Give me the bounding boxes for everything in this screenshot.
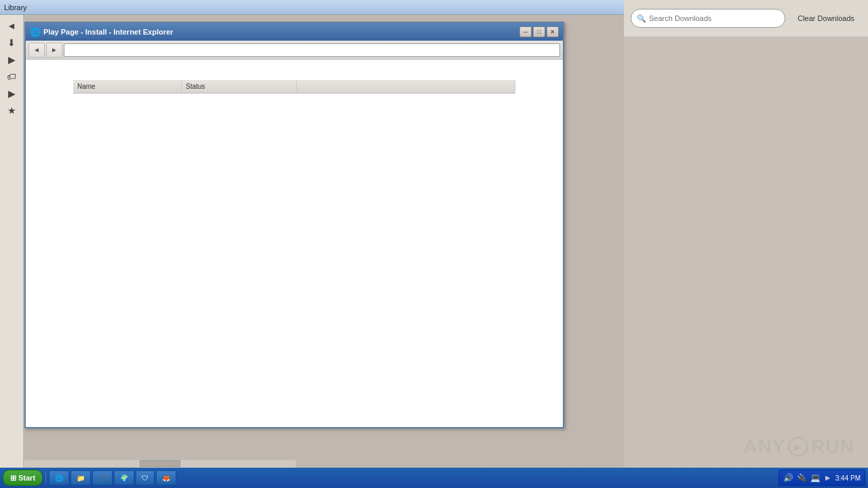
- anyrun-text: ANY: [743, 436, 785, 458]
- search-input[interactable]: [649, 14, 779, 22]
- taskbar-chrome-button[interactable]: 🌍: [114, 470, 134, 485]
- sidebar-tags-icon[interactable]: 🏷: [4, 69, 19, 84]
- taskbar-wmp-button[interactable]: 🎵: [92, 470, 113, 485]
- downloads-content: [624, 37, 868, 468]
- ie-window: 🌐 Play Page - Install - Internet Explore…: [24, 22, 564, 428]
- system-clock: 3:44 PM: [835, 474, 861, 482]
- sidebar-back-icon[interactable]: ◄: [4, 18, 19, 33]
- tray-network-icon: 🔌: [797, 473, 807, 483]
- clear-downloads-button[interactable]: Clear Downloads: [791, 9, 861, 28]
- ie-logo-icon: 🌐: [30, 26, 41, 37]
- tray-play-icon: ►: [824, 473, 832, 483]
- ie-title-text: Play Page - Install - Internet Explorer: [43, 28, 519, 36]
- search-box[interactable]: 🔍: [631, 9, 785, 28]
- ie-titlebar: 🌐 Play Page - Install - Internet Explore…: [26, 23, 563, 41]
- downloads-toolbar: 🔍 Clear Downloads: [624, 0, 868, 37]
- taskbar: ⊞ Start 🌐 📁 🎵 🌍 🛡 🦊 🔊 🔌 💻 ► 3:44 PM: [0, 468, 868, 488]
- sidebar-expand1-icon[interactable]: ▶: [4, 52, 19, 67]
- start-icon: ⊞: [10, 474, 16, 483]
- ie-close-button[interactable]: ✕: [547, 26, 559, 37]
- system-tray: 🔊 🔌 💻 ► 3:44 PM: [778, 470, 865, 486]
- ie-back-button[interactable]: ◄: [28, 43, 45, 58]
- scrollbar-thumb[interactable]: [140, 460, 180, 467]
- sidebar-star-icon[interactable]: ★: [4, 103, 19, 118]
- taskbar-shield-button[interactable]: 🛡: [136, 470, 155, 485]
- search-icon: 🔍: [637, 14, 646, 23]
- taskbar-separator1: [45, 471, 46, 485]
- taskbar-explorer-button[interactable]: 📁: [71, 470, 91, 485]
- firefox-title-text: Library: [4, 3, 27, 12]
- sidebar-expand2-icon[interactable]: ▶: [4, 86, 19, 101]
- taskbar-ff-button[interactable]: 🦊: [156, 470, 176, 485]
- start-label: Start: [18, 474, 35, 482]
- ie-col-extra: [297, 80, 515, 93]
- left-sidebar: ◄ ⬇ ▶ 🏷 ▶ ★: [0, 15, 24, 471]
- ie-col-status: Status: [182, 80, 297, 93]
- right-panel: 🔍 Clear Downloads 📁: [624, 0, 868, 488]
- ie-content: Name Status: [26, 60, 563, 427]
- tray-pc-icon: 💻: [810, 473, 821, 483]
- ie-table-header: Name Status: [73, 80, 515, 94]
- ie-address-bar[interactable]: [64, 43, 560, 57]
- taskbar-ie-button[interactable]: 🌐: [49, 470, 69, 485]
- anyrun-play-icon: ▶: [788, 436, 808, 457]
- tray-volume-icon: 🔊: [783, 473, 793, 483]
- ie-toolbar: ◄ ►: [26, 41, 563, 60]
- horizontal-scrollbar[interactable]: [24, 460, 296, 468]
- sidebar-downloads-icon[interactable]: ⬇: [4, 35, 19, 50]
- anyrun-watermark: ANY ▶ RUN: [743, 436, 854, 458]
- ie-minimize-button[interactable]: ─: [519, 26, 532, 37]
- ie-col-name: Name: [73, 80, 182, 93]
- start-button[interactable]: ⊞ Start: [3, 470, 43, 486]
- anyrun-suffix: RUN: [811, 436, 854, 458]
- ie-window-controls: ─ □ ✕: [519, 26, 559, 37]
- ie-maximize-button[interactable]: □: [533, 26, 545, 37]
- ie-forward-button[interactable]: ►: [46, 43, 62, 58]
